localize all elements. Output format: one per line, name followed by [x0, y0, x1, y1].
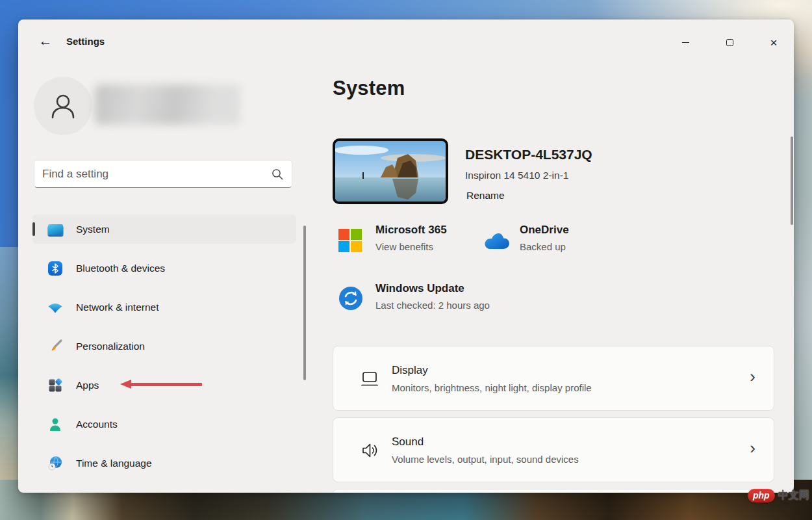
badge-subtitle: Last checked: 2 hours ago — [375, 300, 490, 311]
device-name: DESKTOP-4L537JQ — [465, 147, 592, 162]
maximize-button[interactable] — [715, 32, 744, 52]
search-input[interactable] — [42, 168, 271, 181]
card-subtitle: Volume levels, output, input, sound devi… — [392, 454, 579, 465]
sidebar-item-label: Bluetooth & devices — [76, 263, 165, 274]
page-title: System — [333, 77, 405, 100]
windows-update-badge[interactable]: Windows Update Last checked: 2 hours ago — [375, 282, 490, 311]
sidebar-item-system[interactable]: System — [32, 214, 296, 244]
selection-indicator — [32, 222, 35, 236]
sidebar-item-label: Network & internet — [76, 302, 159, 313]
microsoft-365-badge[interactable]: Microsoft 365 View benefits — [375, 224, 447, 252]
avatar[interactable] — [34, 77, 92, 135]
person-icon — [48, 91, 78, 121]
windows-update-icon — [338, 286, 363, 311]
search-icon — [271, 168, 284, 181]
sidebar-nav: System Bluetooth & devices Network & int… — [32, 214, 296, 488]
partial-card[interactable] — [333, 489, 774, 493]
sidebar-item-accounts[interactable]: Accounts — [32, 410, 296, 439]
apps-icon — [47, 377, 64, 394]
sidebar-scrollbar[interactable] — [303, 226, 306, 380]
sound-settings-card[interactable]: Sound Volume levels, output, input, soun… — [333, 417, 774, 482]
main-scrollbar[interactable] — [791, 136, 793, 225]
sidebar-item-label: System — [76, 224, 110, 235]
rename-link[interactable]: Rename — [466, 190, 505, 202]
php-logo: php — [748, 489, 775, 502]
sidebar-item-network-internet[interactable]: Network & internet — [32, 292, 296, 322]
back-button[interactable]: ← — [35, 31, 56, 51]
wallpaper-left-strip — [0, 247, 19, 481]
wifi-icon — [47, 299, 64, 316]
close-icon: × — [770, 36, 777, 49]
display-icon — [359, 369, 380, 389]
close-button[interactable]: × — [759, 32, 789, 52]
badge-subtitle[interactable]: View benefits — [375, 241, 447, 252]
beach-wallpaper-image — [335, 141, 446, 202]
window-controls: × — [670, 32, 794, 52]
card-title: Display — [392, 364, 592, 377]
sidebar-item-label: Personalization — [76, 341, 145, 352]
maximize-icon — [726, 39, 733, 46]
card-title: Sound — [392, 436, 579, 448]
display-settings-card[interactable]: Display Monitors, brightness, night ligh… — [333, 346, 774, 411]
arrow-left-icon: ← — [39, 33, 53, 49]
onedrive-icon — [481, 230, 511, 254]
paintbrush-icon — [47, 338, 64, 355]
sidebar-item-personalization[interactable]: Personalization — [32, 332, 296, 361]
sidebar-item-label: Apps — [76, 380, 99, 391]
search-box — [34, 160, 292, 188]
sidebar-item-bluetooth-devices[interactable]: Bluetooth & devices — [32, 254, 296, 283]
settings-window: ← Settings × System — [18, 20, 794, 493]
badge-title: OneDrive — [520, 224, 569, 237]
card-subtitle: Monitors, brightness, night light, displ… — [392, 382, 592, 393]
window-title: Settings — [66, 36, 105, 47]
onedrive-badge[interactable]: OneDrive Backed up — [520, 224, 569, 252]
badge-title: Microsoft 365 — [375, 224, 447, 237]
sidebar-item-label: Accounts — [76, 419, 118, 430]
globe-clock-icon — [47, 455, 64, 472]
minimize-button[interactable] — [670, 32, 700, 52]
badge-subtitle: Backed up — [520, 241, 569, 252]
accounts-person-icon — [47, 416, 64, 433]
sidebar-item-label: Time & language — [76, 458, 152, 469]
chevron-right-icon: › — [750, 367, 755, 387]
annotation-arrow — [120, 380, 202, 389]
watermark-text: 中文网 — [778, 489, 809, 502]
sound-icon — [359, 440, 380, 461]
microsoft-365-icon — [338, 229, 362, 252]
bluetooth-icon — [47, 260, 64, 277]
badge-title: Windows Update — [375, 282, 490, 295]
sidebar-item-time-language[interactable]: Time & language — [32, 448, 296, 478]
minimize-icon — [682, 42, 689, 43]
system-icon — [47, 221, 64, 238]
chevron-right-icon: › — [750, 438, 755, 458]
watermark: php 中文网 — [748, 489, 809, 502]
user-name-blurred — [95, 84, 240, 125]
device-model: Inspiron 14 5410 2-in-1 — [465, 170, 568, 181]
device-thumbnail — [333, 138, 448, 204]
